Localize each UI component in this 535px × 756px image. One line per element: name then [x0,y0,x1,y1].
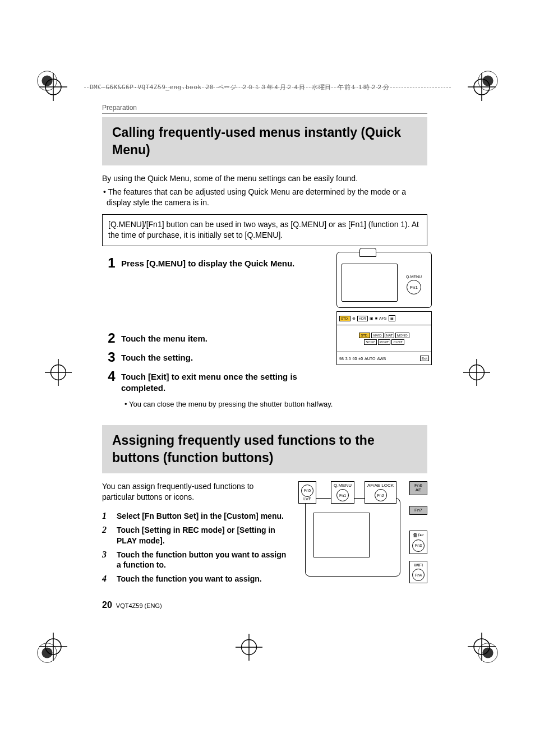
fn-button-diagram: Fn5 LVF Q.MENU Fn1 AF/AE LOCK Fn2 Fn6 AE… [298,481,427,582]
crosshair-mark-icon [39,73,67,101]
step-text: Touch the setting. [121,351,312,363]
intro1-sub: The features that can be adjusted using … [102,187,427,209]
heading-quick-menu: Calling frequently-used menus instantly … [102,117,427,165]
qmenu-row-mid: STD. VIVID NAT MONO SCNY PORT CUST [337,325,431,352]
fn3-callout: 🗑/↩ Fn3 [409,531,427,554]
step-4: 4 Touch [Exit] to exit menu once the set… [102,370,427,394]
qmenu-row-bot: 98 3.5 60 ±0 AUTO AWB Exit [337,352,431,365]
doc-code: VQT4Z59 (ENG) [116,602,162,609]
qmenu-label: Q.MENU [400,275,428,279]
step-number: 4 [102,370,121,383]
intro2: You can assign frequently-used functions… [102,481,287,503]
heading1-text: Calling frequently-used menus instantly … [112,124,417,159]
page-content: Preparation Calling frequently-used menu… [102,73,427,588]
heading2-text: Assigning frequently used functions to t… [112,432,417,467]
substep-2: 2 Touch [Setting in REC mode] or [Settin… [102,525,287,546]
fn4-callout: WiFi Fn4 [409,561,427,584]
intro1: By using the Quick Menu, some of the men… [102,173,427,185]
crosshair-mark-icon [468,73,496,101]
fn1-callout: Q.MENU Fn1 [331,481,354,504]
crosshair-mark-icon [45,359,72,386]
quick-menu-diagram: Q.MENU Fn1 STD. ⊕ HDR ▣ ■ AFS ▦ STD. [336,252,432,365]
quick-menu-screen: STD. ⊕ HDR ▣ ■ AFS ▦ STD. VIVID NAT MONO [336,311,432,365]
crosshair-mark-icon [39,633,67,661]
section-label: Preparation [102,104,427,114]
substep-3: 3 Touch the function button you want to … [102,550,287,571]
page-number: 20 [102,600,112,610]
step-number: 1 [102,256,121,270]
camera-back-illustration [305,498,400,577]
fn5-callout: Fn5 LVF [298,481,316,504]
fn6-callout: Fn6 AE [409,481,427,496]
fn7-callout: Fn7 [409,506,427,515]
qmenu-row-top: STD. ⊕ HDR ▣ ■ AFS ▦ [337,312,431,325]
heading-fn-buttons: Assigning frequently used functions to t… [102,425,427,473]
crosshair-mark-icon [468,633,496,661]
step-text: Press [Q.MENU] to display the Quick Menu… [121,256,312,269]
camera-back-illustration: Q.MENU Fn1 [336,252,432,308]
fn-steps: 1 Select [Fn Button Set] in the [Custom]… [102,511,287,584]
note-box: [Q.MENU]/[Fn1] button can be used in two… [102,214,427,246]
step-number: 3 [102,351,121,364]
step-text: Touch the menu item. [121,331,312,344]
step-4-note: You can close the menu by pressing the s… [124,400,427,408]
substep-4: 4 Touch the function you want to assign. [102,574,287,584]
step-number: 2 [102,331,121,345]
page-footer: 20 VQT4Z59 (ENG) [102,600,162,610]
step-text: Touch [Exit] to exit menu once the setti… [121,370,312,394]
fn1-button-icon: Fn1 [407,280,421,294]
fn2-callout: AF/AE LOCK Fn2 [365,481,396,504]
substep-1: 1 Select [Fn Button Set] in the [Custom]… [102,511,287,522]
fn-body-left: You can assign frequently-used functions… [102,481,287,588]
crosshair-mark-icon [463,359,490,386]
steps-quick-menu: Q.MENU Fn1 STD. ⊕ HDR ▣ ■ AFS ▦ STD. [102,256,427,408]
crosshair-mark-icon [236,634,262,661]
